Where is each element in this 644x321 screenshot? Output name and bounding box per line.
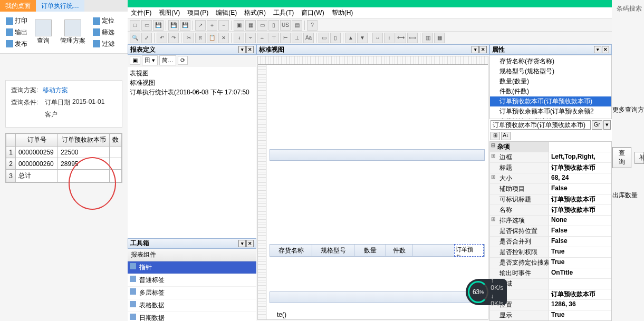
tb-new-icon[interactable]: □ <box>130 20 140 31</box>
prop-value[interactable] <box>549 279 611 289</box>
tb-doc-icon[interactable]: ▣ <box>234 20 244 31</box>
band-footer[interactable] <box>270 291 485 303</box>
tb-paste-icon[interactable]: 📋 <box>207 33 217 43</box>
col-order[interactable]: 订单号 <box>16 134 58 147</box>
dropdown-icon[interactable]: ▾ <box>472 46 479 53</box>
prop-key[interactable]: 杂项 <box>490 142 549 152</box>
prop-key[interactable]: 边框 <box>490 152 549 162</box>
menu-window[interactable]: 窗口(W) <box>301 8 324 17</box>
band-header[interactable] <box>270 149 485 161</box>
prop-value[interactable]: 订单预收款本币 <box>549 194 611 205</box>
close-icon[interactable]: ✕ <box>246 46 254 53</box>
tree-node[interactable]: 订单执行统计表(2018-06-08 下午 17:07:50 <box>130 87 254 97</box>
prop-key[interactable]: 是否合并列 <box>490 237 549 247</box>
std-view-header[interactable]: 标准视图 ▾✕ <box>256 44 489 55</box>
toolbox-header[interactable]: 工具箱 ▾✕ <box>128 238 256 249</box>
tb-barcode-icon[interactable]: ▥ <box>422 33 433 43</box>
tb-align-bottom-icon[interactable]: ⊥ <box>292 33 302 43</box>
ribbon-locate[interactable]: 定位 <box>93 16 114 25</box>
tb-hspace-icon[interactable]: ↔ <box>372 33 383 43</box>
query-plan-value[interactable]: 移动方案 <box>43 86 68 95</box>
tb-align-right-icon[interactable]: ⫠ <box>257 33 267 43</box>
table-row-total[interactable]: 3 总计 <box>6 170 122 182</box>
props-header[interactable]: 属性 ▾✕ <box>489 44 612 55</box>
tb-redo-icon[interactable]: ↷ <box>168 33 179 43</box>
prop-value[interactable]: OnTitle <box>549 268 611 278</box>
field-item[interactable]: 数量(数量) <box>490 76 611 86</box>
titlebar[interactable] <box>128 0 612 7</box>
prop-key[interactable]: 大小 <box>490 173 549 183</box>
tb-saveall-icon[interactable]: 💾 <box>180 20 190 31</box>
tb-align-top-icon[interactable]: ⊤ <box>268 33 279 43</box>
more-query-link[interactable]: 更多查询方 <box>610 105 644 114</box>
tb-send-back-icon[interactable]: ▼ <box>357 33 368 43</box>
col-prepay[interactable]: 订单预收款本币 <box>58 134 110 147</box>
prop-value[interactable]: 68, 24 <box>549 173 611 183</box>
tab-order-stats[interactable]: 订单执行统… <box>36 0 84 12</box>
prop-key[interactable]: 是否支持定位搜索 <box>490 258 549 268</box>
tb-help-icon[interactable]: ? <box>307 20 318 31</box>
rd-collapse-icon[interactable]: ▣ <box>130 56 140 65</box>
tb-bring-front-icon[interactable]: ▲ <box>345 33 356 43</box>
tb-plus-icon[interactable]: ＋ <box>207 20 217 31</box>
table-row[interactable]: 2 0000000260 28995 <box>6 158 122 170</box>
prop-key[interactable]: 显示 <box>490 310 549 320</box>
prop-value[interactable]: 1286, 36 <box>549 300 611 310</box>
ribbon-output[interactable]: 输出 <box>6 28 27 37</box>
ribbon-print[interactable]: 打印 <box>6 16 27 25</box>
tb-window-icon[interactable]: ▭ <box>257 20 267 31</box>
band-columns[interactable]: 存货名称 规格型号 数量 件数 <box>270 244 485 257</box>
prop-value[interactable]: False <box>549 237 611 247</box>
tb-cut-icon[interactable]: ✂ <box>184 33 194 43</box>
tb-group-icon[interactable]: ▭ <box>319 33 329 43</box>
tb-tag-icon[interactable]: US <box>280 20 291 31</box>
tb-expand-icon[interactable]: ⤢ <box>141 33 152 43</box>
prop-value[interactable]: Left,Top,Right, <box>549 152 611 162</box>
toolbox-label[interactable]: 普通标签 <box>128 274 256 287</box>
toolbox-table-data[interactable]: 表格数据 <box>128 299 256 312</box>
prop-value[interactable]: False <box>549 184 611 194</box>
prop-search-btn[interactable]: Gr <box>592 120 602 130</box>
close-icon[interactable]: ✕ <box>246 240 254 247</box>
design-canvas[interactable]: 存货名称 规格型号 数量 件数 订单预收… te() <box>257 56 488 320</box>
prop-search-input[interactable] <box>491 120 591 130</box>
prop-value[interactable] <box>549 142 611 152</box>
close-icon[interactable]: ✕ <box>479 46 487 53</box>
prop-key[interactable]: 是否控制权限 <box>490 247 549 257</box>
field-item[interactable]: 规格型号(规格型号) <box>490 66 611 76</box>
rd-list-icon[interactable]: 田 ▾ <box>142 55 158 65</box>
table-row[interactable]: 1 0000000259 22500 <box>6 147 122 158</box>
menu-format[interactable]: 格式(R) <box>244 8 266 17</box>
toolbox-pointer[interactable]: 指针 <box>128 261 256 274</box>
prop-key[interactable]: 可标识标题 <box>490 194 549 205</box>
tb-vspace-icon[interactable]: ↕ <box>384 33 395 43</box>
replenish-button[interactable]: 补 <box>635 152 644 164</box>
prop-tab-az-icon[interactable]: A↓ <box>501 132 511 140</box>
prop-key[interactable]: 排序选项 <box>490 216 549 226</box>
system-monitor-widget[interactable]: 63% ↑ 0K/s ↓ 0K/s <box>466 279 507 305</box>
field-item-selected[interactable]: 订单预收款本币(订单预收款本币) <box>490 96 611 106</box>
menu-view[interactable]: 视图(V) <box>159 8 180 17</box>
menu-edit[interactable]: 编辑(E) <box>216 8 237 17</box>
col-spec[interactable]: 规格型号 <box>312 245 354 256</box>
pin-icon[interactable]: ▾ <box>594 46 601 53</box>
prop-value[interactable]: 订单预收款本币 <box>549 163 611 173</box>
tb-arrow-icon[interactable]: ↗ <box>195 20 206 31</box>
tb-height-icon[interactable]: ⟺ <box>407 33 418 43</box>
prop-value[interactable]: None <box>549 216 611 226</box>
tb-save-icon[interactable]: 💾 <box>153 20 164 31</box>
selected-field[interactable]: 订单预收… <box>454 244 484 257</box>
ribbon-filter2[interactable]: 过滤 <box>93 40 114 48</box>
field-item[interactable]: 订单预收余额本币(订单预收余额2 <box>490 106 611 116</box>
prop-key[interactable]: 是否保持位置 <box>490 226 549 236</box>
close-icon[interactable]: ✕ <box>602 46 609 53</box>
field-item[interactable]: 存货名称(存货名称) <box>490 56 611 66</box>
tb-chart-icon[interactable]: ▤ <box>292 20 302 31</box>
tb-align-middle-icon[interactable]: ⊢ <box>280 33 291 43</box>
rd-combo[interactable]: 简… <box>159 55 176 65</box>
prop-value[interactable]: True <box>549 310 611 320</box>
menu-tools[interactable]: 工具(T) <box>273 8 294 17</box>
toolbox-category[interactable]: 报表组件 <box>128 249 256 261</box>
prop-tab-cat-icon[interactable]: ⊞ <box>491 132 500 140</box>
prop-value[interactable]: True <box>549 258 611 268</box>
